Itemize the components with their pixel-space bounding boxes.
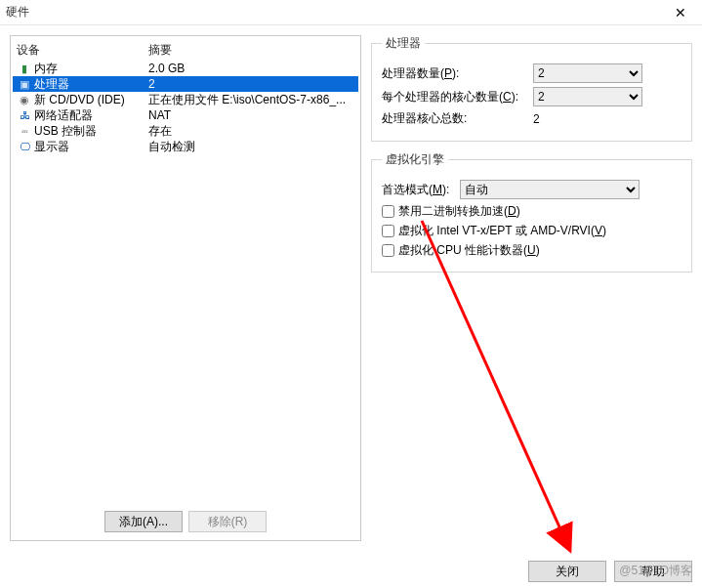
device-summary: 自动检测 (148, 139, 354, 155)
device-summary: NAT (148, 108, 354, 122)
device-name: USB 控制器 (34, 123, 148, 140)
checkbox-input[interactable] (382, 244, 394, 257)
total-cores-label: 处理器核心总数: (382, 110, 533, 127)
device-name: 显示器 (34, 139, 148, 155)
cpu-count-select[interactable]: 2 (533, 63, 642, 83)
device-row-usb[interactable]: ⎓ USB 控制器 存在 (13, 123, 358, 139)
device-name: 内存 (34, 61, 148, 77)
add-button[interactable]: 添加(A)... (104, 511, 183, 532)
virtualize-cpu-counters-checkbox[interactable]: 虚拟化 CPU 性能计数器(U) (382, 242, 681, 259)
remove-button: 移除(R) (188, 511, 267, 532)
memory-icon: ▮ (17, 62, 32, 75)
hardware-list-panel: 设备 摘要 ▮ 内存 2.0 GB ▣ 处理器 2 ◉ 新 CD/DVD (ID… (10, 35, 361, 541)
cpu-icon: ▣ (17, 77, 32, 91)
help-button[interactable]: 帮助 (614, 561, 692, 582)
checkbox-label: 禁用二进制转换加速(D) (398, 203, 520, 220)
close-icon[interactable]: ✕ (667, 3, 694, 22)
preferred-mode-label: 首选模式(M): (382, 182, 460, 198)
device-row-cpu[interactable]: ▣ 处理器 2 (13, 76, 358, 92)
checkbox-input[interactable] (382, 205, 394, 218)
device-row-network[interactable]: 🖧 网络适配器 NAT (13, 107, 358, 123)
cores-per-cpu-select[interactable]: 2 (533, 87, 642, 106)
checkbox-label: 虚拟化 CPU 性能计数器(U) (398, 242, 540, 259)
cpu-count-label: 处理器数量(P): (382, 65, 533, 82)
device-summary: 2.0 GB (148, 62, 354, 75)
device-row-cddvd[interactable]: ◉ 新 CD/DVD (IDE) 正在使用文件 E:\iso\CentOS-7-… (13, 92, 358, 107)
device-summary: 2 (148, 77, 354, 91)
network-icon: 🖧 (17, 108, 32, 122)
virtualization-group: 虚拟化引擎 首选模式(M): 自动 禁用二进制转换加速(D) 虚拟化 Intel… (371, 151, 692, 273)
window-title: 硬件 (6, 4, 29, 21)
device-name: 网络适配器 (34, 107, 148, 124)
display-icon: 🖵 (17, 140, 32, 153)
processor-legend: 处理器 (382, 35, 425, 52)
usb-icon: ⎓ (17, 124, 32, 138)
processor-group: 处理器 处理器数量(P): 2 每个处理器的核心数量(C): 2 处理器核心总数… (371, 35, 692, 142)
cd-icon: ◉ (17, 93, 32, 106)
detail-panel: 处理器 处理器数量(P): 2 每个处理器的核心数量(C): 2 处理器核心总数… (371, 35, 692, 541)
close-button[interactable]: 关闭 (528, 561, 606, 582)
preferred-mode-select[interactable]: 自动 (460, 180, 640, 199)
device-name: 处理器 (34, 76, 148, 93)
device-summary: 存在 (148, 123, 354, 140)
device-name: 新 CD/DVD (IDE) (34, 92, 148, 108)
device-list: ▮ 内存 2.0 GB ▣ 处理器 2 ◉ 新 CD/DVD (IDE) 正在使… (11, 61, 360, 505)
checkbox-label: 虚拟化 Intel VT-x/EPT 或 AMD-V/RVI(V) (398, 223, 606, 239)
device-row-memory[interactable]: ▮ 内存 2.0 GB (13, 61, 358, 76)
virtualize-vt-x-checkbox[interactable]: 虚拟化 Intel VT-x/EPT 或 AMD-V/RVI(V) (382, 223, 681, 239)
list-headers: 设备 摘要 (11, 36, 360, 61)
virt-legend: 虚拟化引擎 (382, 151, 448, 168)
total-cores-value: 2 (533, 112, 681, 126)
device-summary: 正在使用文件 E:\iso\CentOS-7-x86_... (148, 92, 354, 108)
disable-binary-translation-checkbox[interactable]: 禁用二进制转换加速(D) (382, 203, 681, 220)
col-device: 设备 (17, 42, 148, 59)
device-row-display[interactable]: 🖵 显示器 自动检测 (13, 139, 358, 154)
checkbox-input[interactable] (382, 225, 394, 237)
col-summary: 摘要 (148, 42, 354, 59)
cores-per-cpu-label: 每个处理器的核心数量(C): (382, 89, 533, 105)
